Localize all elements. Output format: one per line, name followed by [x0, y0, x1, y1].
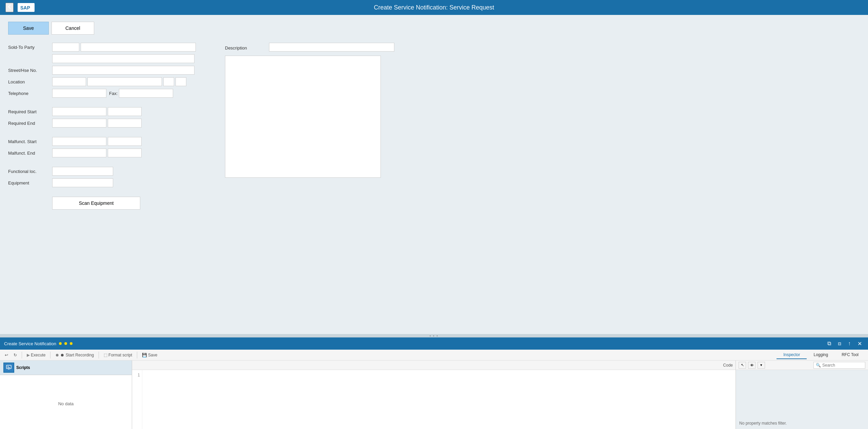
- location-input3[interactable]: [163, 77, 174, 86]
- bottom-panel-header: Create Service Notification ⧉ ⧈ ↑ ✕: [0, 337, 868, 350]
- undo-button[interactable]: ↩: [3, 352, 10, 358]
- bottom-body: Scripts No data Code 1 ↖: [0, 360, 868, 429]
- telephone-input[interactable]: [52, 89, 106, 98]
- equipment-row: Equipment: [8, 178, 211, 187]
- no-property-text: No property matches filter.: [739, 421, 787, 426]
- sold-to-party-inputs: [52, 43, 211, 52]
- format-script-button[interactable]: ⬚ Format script: [102, 352, 134, 358]
- back-button[interactable]: [5, 3, 14, 12]
- location-input4[interactable]: [175, 77, 186, 86]
- save-button[interactable]: Save: [8, 22, 49, 35]
- malfunct-start-label: Malfunct. Start: [8, 139, 52, 144]
- form-right: Description: [225, 43, 394, 210]
- street-hse-row: Street/Hse No.: [8, 66, 211, 75]
- required-end-date[interactable]: [52, 119, 106, 128]
- sold-to-party-input2[interactable]: [81, 43, 196, 52]
- sold-to-party-row: Sold-To Party: [8, 43, 211, 52]
- inspector-toolbar: ↖ 👁 ▾ 🔍: [736, 360, 868, 370]
- location-input1[interactable]: [52, 77, 86, 86]
- description-label: Description: [225, 45, 269, 51]
- cursor-icon: ↖: [741, 363, 744, 367]
- malfunct-end-inputs: 00:00:00: [52, 149, 211, 157]
- inspector-search-box: 🔍: [813, 362, 865, 369]
- format-script-label: Format script: [108, 353, 132, 357]
- save-script-button[interactable]: 💾 Save: [140, 352, 159, 358]
- toolbar-separator-3: [99, 352, 99, 358]
- panel-expand-button[interactable]: ↑: [846, 340, 853, 348]
- malfunct-end-date[interactable]: [52, 149, 106, 157]
- panel-duplicate-button[interactable]: ⧈: [836, 340, 843, 348]
- street-hse-input[interactable]: [52, 66, 194, 75]
- required-start-inputs: 11.01.2019 10:30:13: [52, 107, 211, 116]
- redo-button[interactable]: ↻: [12, 352, 19, 358]
- required-start-label: Required Start: [8, 109, 52, 114]
- tab-rfc-tool[interactable]: RFC Tool: [835, 351, 865, 359]
- code-label: Code: [723, 363, 733, 368]
- required-start-date[interactable]: 11.01.2019: [52, 107, 106, 116]
- code-editor[interactable]: [142, 370, 736, 429]
- required-start-time[interactable]: 10:30:13: [108, 107, 142, 116]
- inspector-cursor-button[interactable]: ↖: [739, 362, 746, 369]
- description-short-input[interactable]: [269, 43, 394, 52]
- panel-popout-button[interactable]: ⧉: [825, 340, 833, 348]
- malfunct-start-time[interactable]: 10:30:13: [108, 137, 142, 146]
- location-row: Location: [8, 77, 211, 86]
- save-script-label: Save: [148, 353, 157, 357]
- inspector-search-input[interactable]: [822, 363, 863, 368]
- scan-equipment-button[interactable]: Scan Equipment: [52, 197, 140, 210]
- form-section: Sold-To Party Street/Hse No. Location: [8, 43, 860, 210]
- start-recording-label: ⏺ Start Recording: [60, 353, 94, 357]
- code-body: 1: [132, 370, 736, 429]
- resize-dots: • • •: [430, 334, 438, 338]
- telephone-label: Telephone: [8, 91, 52, 96]
- start-recording-button[interactable]: ⏺ ⏺ Start Recording: [53, 352, 96, 358]
- equipment-input[interactable]: [52, 178, 113, 187]
- required-end-label: Required End: [8, 121, 52, 126]
- tab-logging[interactable]: Logging: [807, 351, 835, 359]
- resize-handle[interactable]: • • •: [0, 334, 868, 337]
- bottom-panel-title-group: Create Service Notification: [4, 341, 73, 346]
- top-header: SAP Create Service Notification: Service…: [0, 0, 868, 15]
- inspector-panel: ↖ 👁 ▾ 🔍 No property matches filter.: [736, 360, 868, 429]
- location-input2[interactable]: [87, 77, 162, 86]
- bottom-panel-title-text: Create Service Notification: [4, 341, 56, 346]
- cancel-button[interactable]: Cancel: [51, 22, 94, 35]
- address-row: [8, 54, 211, 63]
- toolbar-separator-1: [22, 352, 22, 358]
- inspector-eye-button[interactable]: 👁: [748, 362, 756, 369]
- location-label: Location: [8, 79, 52, 84]
- sold-to-party-input1[interactable]: [52, 43, 79, 52]
- sold-to-party-label: Sold-To Party: [8, 45, 52, 50]
- description-textarea[interactable]: [225, 56, 381, 178]
- fax-label: Fax:: [109, 91, 118, 96]
- sap-logo: SAP: [18, 3, 35, 12]
- record-icon: ⏺: [55, 353, 59, 357]
- street-hse-label: Street/Hse No.: [8, 68, 52, 73]
- main-content: Save Cancel Sold-To Party Street/Hse No.: [0, 15, 868, 334]
- execute-button[interactable]: ▶ Execute: [25, 352, 47, 358]
- scripts-icon: [6, 365, 12, 370]
- toolbar-separator-2: [50, 352, 50, 358]
- malfunct-start-date[interactable]: 11.01.2019: [52, 137, 106, 146]
- svg-text:SAP: SAP: [20, 5, 30, 11]
- tab-inspector[interactable]: Inspector: [777, 351, 807, 359]
- required-end-row: Required End 00:00:00: [8, 119, 211, 128]
- functional-loc-row: Functional loc.: [8, 167, 211, 176]
- required-end-time[interactable]: 00:00:00: [108, 119, 142, 128]
- fax-input[interactable]: [119, 89, 173, 98]
- address-input[interactable]: [52, 54, 194, 63]
- functional-loc-input[interactable]: [52, 167, 113, 176]
- line-number-1: 1: [134, 373, 140, 377]
- scripts-empty-label: No data: [58, 401, 74, 406]
- location-inputs: [52, 77, 186, 86]
- panel-close-button[interactable]: ✕: [855, 340, 864, 348]
- dot-indicator-3: [70, 342, 73, 345]
- svg-rect-2: [6, 365, 11, 369]
- chevron-down-icon: ▾: [760, 363, 762, 367]
- malfunct-end-time[interactable]: 00:00:00: [108, 149, 142, 157]
- malfunct-end-row: Malfunct. End 00:00:00: [8, 149, 211, 157]
- code-header: Code: [132, 360, 736, 370]
- inspector-dropdown-button[interactable]: ▾: [758, 362, 765, 369]
- scripts-icon-button[interactable]: [3, 363, 14, 373]
- bottom-toolbar: ↩ ↻ ▶ Execute ⏺ ⏺ Start Recording ⬚ Form…: [0, 350, 868, 360]
